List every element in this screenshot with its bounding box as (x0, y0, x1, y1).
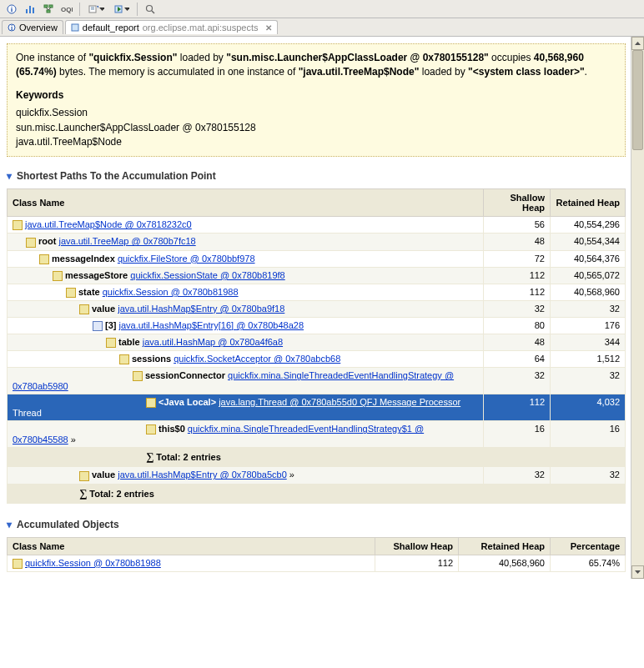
twisty-open-icon: ▾ (7, 519, 17, 530)
col-shallow[interactable]: Shallow Heap (375, 537, 459, 555)
table-row[interactable]: this$0 quickfix.mina.SingleThreadedEvent… (8, 421, 626, 448)
table-row[interactable]: messageStore quickfix.SessionState @ 0x7… (8, 267, 626, 284)
table-row[interactable]: sessions quickfix.SocketAcceptor @ 0x780… (8, 351, 626, 368)
tab-label: Overview (19, 23, 58, 33)
keyword: sun.misc.Launcher$AppClassLoader @ 0x780… (16, 121, 616, 135)
object-link[interactable]: quickfix.mina.SingleThreadedEventHandlin… (13, 370, 454, 391)
table-row[interactable]: table java.util.HashMap @ 0x780a4f6a8483… (8, 334, 626, 351)
object-icon (93, 321, 103, 331)
object-link[interactable]: quickfix.SessionState @ 0x780b819f8 (130, 270, 284, 280)
table-row[interactable]: value java.util.HashMap$Entry @ 0x780ba9… (8, 300, 626, 317)
object-icon (13, 559, 23, 569)
svg-marker-14 (97, 6, 98, 8)
scroll-down-icon[interactable] (631, 565, 644, 579)
keyword: java.util.TreeMap$Node (16, 135, 616, 149)
toolbar-separator (137, 3, 138, 16)
table-row[interactable]: ∑ Total: 2 entries (8, 484, 626, 503)
object-icon (13, 220, 23, 230)
search-icon[interactable] (142, 2, 158, 17)
section-shortest-paths[interactable]: ▾ Shortest Paths To the Accumulation Poi… (7, 170, 626, 182)
col-class-name[interactable]: Class Name (8, 537, 375, 555)
tab-report[interactable]: default_report org.eclipse.mat.api:suspe… (65, 20, 278, 34)
object-link[interactable]: java.util.HashMap @ 0x780a4f6a8 (143, 337, 283, 347)
oql-icon[interactable]: OQL (58, 2, 75, 17)
table-row[interactable]: sessionConnector quickfix.mina.SingleThr… (8, 368, 626, 394)
table-row[interactable]: java.util.TreeMap$Node @ 0x7818232c05640… (8, 217, 626, 234)
svg-rect-6 (49, 5, 53, 8)
scroll-up-icon[interactable] (631, 37, 644, 50)
suspect-description: One instance of "quickfix.Session" loade… (7, 43, 626, 157)
keyword: quickfix.Session (16, 106, 616, 120)
twisty-open-icon: ▾ (7, 170, 17, 182)
object-icon (133, 371, 143, 381)
table-row[interactable]: root java.util.TreeMap @ 0x780b7fc184840… (8, 234, 626, 250)
table-row[interactable]: [3] java.util.HashMap$Entry[16] @ 0x780b… (8, 317, 626, 334)
object-icon (146, 398, 156, 408)
shortest-paths-table: Class Name Shallow Heap Retained Heap ja… (7, 188, 626, 503)
table-row[interactable]: value java.util.HashMap$Entry @ 0x780ba5… (8, 467, 626, 484)
section-accumulated[interactable]: ▾ Accumulated Objects (7, 519, 626, 530)
svg-text:OQL: OQL (61, 6, 73, 13)
table-row[interactable]: ∑ Total: 2 entries (8, 448, 626, 467)
svg-line-20 (152, 11, 154, 13)
vertical-scrollbar[interactable] (631, 37, 644, 579)
object-link[interactable]: java.util.HashMap$Entry @ 0x780ba9f18 (118, 304, 284, 314)
object-icon (39, 254, 49, 264)
svg-rect-2 (26, 9, 28, 13)
svg-rect-3 (29, 6, 31, 13)
col-percentage[interactable]: Percentage (551, 537, 626, 555)
object-icon (146, 424, 156, 434)
svg-rect-5 (44, 5, 48, 8)
tab-overview[interactable]: i Overview (2, 20, 63, 34)
accumulated-objects-table: Class Name Shallow Heap Retained Heap Pe… (7, 537, 626, 572)
object-icon (79, 304, 89, 314)
svg-rect-7 (47, 10, 50, 13)
object-link[interactable]: quickfix.Session @ 0x780b81988 (25, 558, 161, 568)
svg-marker-18 (124, 8, 129, 11)
histogram-icon[interactable] (22, 2, 38, 17)
table-row[interactable]: <Java Local> java.lang.Thread @ 0x780ab5… (8, 394, 626, 421)
run-report-dropdown[interactable] (84, 2, 108, 17)
object-link[interactable]: java.util.TreeMap$Node @ 0x7818232c0 (25, 219, 192, 229)
svg-rect-4 (33, 8, 34, 13)
col-retained[interactable]: Retained Heap (551, 189, 626, 217)
object-icon (26, 238, 36, 248)
scrollbar-track[interactable] (631, 50, 644, 565)
main-toolbar: i OQL (0, 0, 644, 18)
object-link[interactable]: java.util.HashMap$Entry @ 0x780ba5cb0 (118, 470, 287, 480)
tab-report-label: default_report (83, 23, 139, 33)
dominator-tree-icon[interactable] (40, 2, 57, 17)
object-link[interactable]: java.lang.Thread @ 0x780ab55d0 QFJ Messa… (219, 397, 460, 407)
toolbar-separator (79, 3, 80, 16)
object-icon (106, 338, 116, 348)
col-shallow[interactable]: Shallow Heap (484, 189, 551, 217)
close-icon[interactable]: ✕ (265, 23, 272, 33)
export-dropdown[interactable] (109, 2, 133, 17)
svg-point-19 (147, 5, 153, 11)
svg-marker-25 (635, 570, 641, 574)
scrollbar-thumb[interactable] (632, 50, 643, 150)
object-link[interactable]: java.util.TreeMap @ 0x780b7fc18 (58, 236, 195, 246)
svg-marker-24 (635, 42, 641, 45)
tab-bar: i Overview default_report org.eclipse.ma… (0, 18, 644, 37)
table-row[interactable]: messageIndex quickfix.FileStore @ 0x780b… (8, 250, 626, 267)
info-icon[interactable]: i (3, 2, 20, 17)
col-class-name[interactable]: Class Name (8, 189, 484, 217)
object-link[interactable]: quickfix.FileStore @ 0x780bbf978 (118, 254, 255, 264)
tab-report-detail: org.eclipse.mat.api:suspects (143, 23, 259, 33)
table-row[interactable]: quickfix.Session @ 0x780b8198811240,568,… (8, 555, 626, 571)
svg-marker-15 (99, 8, 104, 11)
object-link[interactable]: java.util.HashMap$Entry[16] @ 0x780b48a2… (119, 320, 304, 330)
col-retained[interactable]: Retained Heap (459, 537, 551, 555)
object-link[interactable]: quickfix.SocketAcceptor @ 0x780abcb68 (174, 354, 340, 364)
object-link[interactable]: quickfix.Session @ 0x780b81988 (103, 287, 239, 297)
svg-rect-23 (72, 24, 78, 31)
object-icon (119, 354, 129, 364)
object-icon (79, 471, 89, 481)
object-link[interactable]: quickfix.mina.SingleThreadedEventHandlin… (13, 424, 424, 444)
table-row[interactable]: state quickfix.Session @ 0x780b819881124… (8, 284, 626, 300)
object-icon (66, 288, 76, 298)
object-icon (53, 271, 63, 281)
